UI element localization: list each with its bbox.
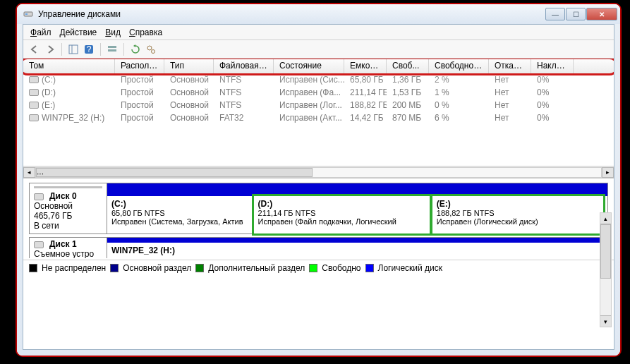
legend: Не распределенОсновной разделДополнитель… — [23, 260, 614, 275]
col-layout[interactable]: Располо... — [115, 59, 164, 73]
views-button[interactable] — [66, 42, 80, 56]
vscroll-thumb[interactable] — [600, 224, 611, 279]
scroll-up-icon[interactable]: ▴ — [600, 213, 611, 224]
disk0-size: 465,76 ГБ — [34, 211, 102, 221]
legend-swatch — [309, 264, 317, 272]
legend-label: Логический диск — [378, 263, 443, 273]
disk0-name: Диск 0 — [49, 191, 77, 201]
scroll-left-icon[interactable]: ◂ — [23, 167, 35, 178]
svg-rect-1 — [25, 13, 28, 15]
disk0-type: Основной — [34, 201, 102, 211]
list-view-button[interactable] — [105, 42, 119, 56]
maximize-button[interactable]: ☐ — [566, 8, 586, 20]
disk0-state: В сети — [34, 221, 102, 231]
scroll-thumb[interactable]: ··· — [36, 168, 313, 177]
disk1-type: Съемное устро — [34, 249, 102, 258]
titlebar: Управление дисками — ☐ ✕ — [17, 4, 620, 24]
scroll-down-icon[interactable]: ▾ — [600, 315, 611, 327]
scroll-right-icon[interactable]: ▸ — [602, 167, 614, 178]
col-free-pct[interactable]: Свободно % — [429, 59, 489, 73]
horizontal-scrollbar[interactable]: ◂ ··· ▸ — [23, 166, 614, 178]
app-icon — [23, 8, 34, 20]
legend-swatch — [195, 264, 204, 272]
legend-label: Дополнительный раздел — [208, 263, 305, 273]
toolbar: ? — [23, 40, 614, 59]
disk1-name: Диск 1 — [49, 239, 77, 249]
disk0-header[interactable]: Диск 0 Основной 465,76 ГБ В сети — [30, 183, 107, 233]
partition[interactable]: (C:)65,80 ГБ NTFSИсправен (Система, Загр… — [107, 196, 253, 233]
disk-icon — [34, 193, 44, 200]
col-capacity[interactable]: Емкость — [344, 59, 387, 73]
disk1-header[interactable]: Диск 1 Съемное устро — [30, 238, 107, 258]
table-row[interactable]: (C:)ПростойОсновнойNTFSИсправен (Сис...6… — [23, 74, 614, 87]
svg-rect-0 — [24, 12, 32, 16]
help-button[interactable]: ? — [82, 42, 96, 56]
menubar: Файл Действие Вид Справка — [23, 25, 614, 40]
menu-file[interactable]: Файл — [30, 28, 52, 37]
close-button[interactable]: ✕ — [586, 8, 617, 20]
disk-icon — [34, 241, 44, 248]
graphical-pane: Диск 0 Основной 465,76 ГБ В сети (C:)65,… — [23, 178, 614, 349]
settings-button[interactable] — [144, 42, 158, 56]
menu-action[interactable]: Действие — [60, 28, 97, 37]
legend-label: Основной раздел — [123, 263, 191, 273]
column-headers: Том Располо... Тип Файловая с... Состоян… — [23, 59, 614, 74]
table-row[interactable]: (E:)ПростойОсновнойNTFSИсправен (Лог...1… — [23, 99, 614, 112]
disk1-top-bar — [107, 238, 607, 243]
volume-list-pane: Том Располо... Тип Файловая с... Состоян… — [23, 59, 614, 178]
legend-label: Не распределен — [42, 263, 106, 273]
disk1-partition[interactable]: WIN7PE_32 (H:) — [107, 243, 607, 258]
legend-swatch — [365, 264, 374, 272]
col-overhead[interactable]: Накладные — [531, 59, 574, 73]
table-row[interactable]: (D:)ПростойОсновнойNTFSИсправен (Фа...21… — [23, 87, 614, 99]
svg-point-8 — [147, 46, 152, 50]
col-status[interactable]: Состояние — [274, 59, 344, 73]
back-button[interactable] — [28, 42, 42, 56]
refresh-button[interactable] — [128, 42, 143, 56]
partition[interactable]: (E:)188,82 ГБ NTFSИсправен (Логический д… — [430, 194, 605, 236]
window-title: Управление дисками — [38, 9, 545, 19]
legend-label: Свободно — [322, 263, 361, 273]
svg-text:?: ? — [87, 44, 92, 54]
svg-rect-2 — [69, 45, 78, 54]
col-filesystem[interactable]: Файловая с... — [214, 59, 274, 73]
svg-rect-6 — [108, 46, 116, 48]
col-free[interactable]: Своб... — [387, 59, 429, 73]
legend-swatch — [29, 264, 37, 272]
forward-button[interactable] — [43, 42, 57, 56]
col-type[interactable]: Тип — [164, 59, 214, 73]
menu-view[interactable]: Вид — [105, 28, 121, 37]
svg-rect-7 — [108, 49, 116, 51]
col-volume[interactable]: Том — [23, 59, 115, 73]
menu-help[interactable]: Справка — [129, 28, 162, 37]
minimize-button[interactable]: — — [545, 8, 565, 20]
disk-mgmt-window: Управление дисками — ☐ ✕ Файл Действие В… — [17, 4, 620, 356]
partition[interactable]: (D:)211,14 ГБ NTFSИсправен (Файл подкачк… — [252, 194, 432, 236]
legend-swatch — [110, 264, 119, 272]
col-fault[interactable]: Отказо... — [489, 59, 531, 73]
vertical-scrollbar[interactable]: ▴ ▾ — [600, 212, 612, 327]
svg-point-9 — [152, 49, 155, 53]
table-row[interactable]: WIN7PE_32 (H:)ПростойОсновнойFAT32Исправ… — [23, 112, 614, 125]
